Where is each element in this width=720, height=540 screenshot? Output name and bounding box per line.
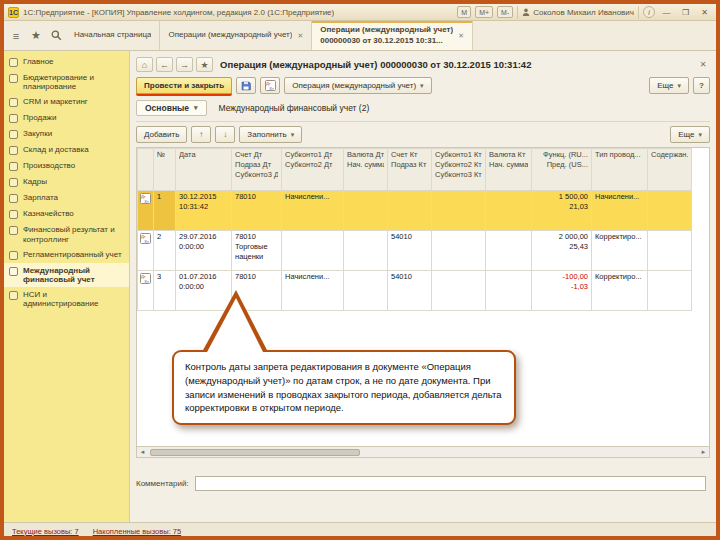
sidebar-item-label: Казначейство (23, 209, 74, 218)
tab-close-icon[interactable]: ✕ (458, 32, 464, 40)
sidebar-item-label: CRM и маркетинг (23, 97, 88, 106)
grid-header-row: № Дата Счет ДтПодраз ДтСубконто3 Дт Субк… (138, 149, 692, 191)
column-header-subconto-dt[interactable]: Субконто1 ДтСубконто2 Дт (282, 149, 344, 191)
sidebar-item-regulated[interactable]: Регламентированный учет (4, 247, 129, 263)
fill-dropdown-button[interactable]: Заполнить ▾ (239, 126, 302, 143)
post-and-close-button[interactable]: Провести и закрыть (136, 77, 232, 94)
form-close-icon[interactable]: ✕ (696, 60, 710, 69)
chevron-down-icon: ▾ (698, 131, 702, 139)
tab-operations-list[interactable]: Операции (международный учет) ✕ (160, 21, 312, 50)
column-header-content[interactable]: Содержан... (648, 149, 692, 191)
page-tab-main[interactable]: Основные ▾ (136, 100, 207, 116)
column-header-amount[interactable]: Функц. (RU...Пред. (US... (532, 149, 592, 191)
more-button[interactable]: Еще ▾ (649, 77, 689, 94)
user-name: Соколов Михаил Иванович (533, 8, 634, 17)
section-icon (9, 146, 18, 155)
move-down-button[interactable]: ↓ (215, 126, 235, 143)
comment-input[interactable] (195, 476, 706, 491)
section-icon (9, 210, 18, 219)
posting-marker-icon: ДтКт (140, 233, 151, 244)
form-pages: Основные ▾ Международный финансовый учет… (136, 100, 710, 122)
maximize-button[interactable]: ❒ (678, 6, 693, 19)
sidebar-item-warehouse[interactable]: Склад и доставка (4, 142, 129, 158)
calc-mplus-button[interactable]: M+ (475, 6, 493, 18)
info-button[interactable]: i (643, 6, 655, 18)
calc-m-button[interactable]: M (457, 6, 471, 18)
button-label: Еще (678, 130, 694, 139)
main-menu-icon[interactable]: ≡ (6, 21, 26, 50)
column-header-subconto-kt[interactable]: Субконто1 КтСубконто2 КтСубконто3 Кт (432, 149, 486, 191)
column-header-account-dt[interactable]: Счет ДтПодраз ДтСубконто3 Дт (232, 149, 282, 191)
section-icon (9, 114, 18, 123)
tab-home[interactable]: Начальная страница (66, 21, 160, 50)
column-header-date[interactable]: Дата (176, 149, 232, 191)
window-titlebar: 1С 1С:Предприятие - [КОПИЯ] Управление х… (4, 4, 716, 21)
section-icon (9, 226, 18, 235)
comment-row: Комментарий: (136, 476, 710, 491)
grid-more-button[interactable]: Еще ▾ (670, 126, 710, 143)
sidebar-item-finresult[interactable]: Финансовый результат и контроллинг (4, 222, 129, 246)
calc-mminus-button[interactable]: M- (497, 6, 513, 18)
save-button[interactable] (236, 77, 256, 94)
chevron-down-icon: ▾ (291, 131, 295, 139)
sidebar-item-label: Финансовый результат и контроллинг (23, 225, 124, 243)
page-tab-intl-accounting[interactable]: Международный финансовый учет (2) (219, 103, 370, 113)
column-header-marker[interactable] (138, 149, 154, 191)
sidebar-item-nsi-admin[interactable]: НСИ и администрирование (4, 287, 129, 311)
forward-icon[interactable]: → (176, 57, 193, 72)
chevron-down-icon: ▾ (420, 82, 424, 90)
button-label: Еще (657, 81, 673, 90)
search-icon[interactable] (46, 21, 66, 50)
sidebar-item-sales[interactable]: Продажи (4, 110, 129, 126)
favorite-star-icon[interactable]: ★ (196, 57, 213, 72)
sidebar-item-budgeting[interactable]: Бюджетирование и планирование (4, 70, 129, 94)
user-menu[interactable]: Соколов Михаил Иванович (517, 6, 639, 19)
home-icon[interactable]: ⌂ (136, 57, 153, 72)
window-title: 1С:Предприятие - [КОПИЯ] Управление холд… (23, 8, 453, 17)
accumulated-calls-link[interactable]: Накопленные вызовы: 75 (93, 527, 181, 536)
button-label: Добавить (144, 130, 179, 139)
section-icon (9, 291, 18, 300)
sidebar-item-intl-accounting[interactable]: Международный финансовый учет (4, 263, 129, 287)
tab-close-icon[interactable]: ✕ (297, 32, 303, 40)
column-header-currency-dt[interactable]: Валюта ДтНач. сумма Дт (344, 149, 388, 191)
back-icon[interactable]: ← (156, 57, 173, 72)
sidebar-item-purchases[interactable]: Закупки (4, 126, 129, 142)
sidebar-item-label: Производство (23, 161, 75, 170)
add-row-button[interactable]: Добавить (136, 126, 187, 143)
scroll-left-icon[interactable]: ◄ (137, 448, 148, 457)
arrow-down-icon: ↓ (223, 130, 227, 139)
scrollbar-thumb[interactable] (150, 449, 360, 456)
horizontal-scrollbar[interactable]: ◄ ► (136, 447, 710, 458)
sidebar-item-hr[interactable]: Кадры (4, 174, 129, 190)
table-row[interactable]: ДтКт 2 29.07.20160:00:00 78010Торговые н… (138, 231, 692, 271)
favorites-star-icon[interactable]: ★ (26, 21, 46, 50)
document-toolbar: Провести и закрыть ДтКт Операция (междун… (136, 77, 710, 100)
post-button[interactable]: ДтКт (260, 77, 280, 94)
column-header-type[interactable]: Тип провод... (592, 149, 648, 191)
move-up-button[interactable]: ↑ (191, 126, 211, 143)
sidebar-item-treasury[interactable]: Казначейство (4, 206, 129, 222)
table-row[interactable]: ДтКт 1 30.12.201510:31:42 78010 Начислен… (138, 191, 692, 231)
sidebar-item-crm[interactable]: CRM и маркетинг (4, 94, 129, 110)
column-header-currency-kt[interactable]: Валюта КтНач. сумма Кт (486, 149, 532, 191)
tab-label: Операции (международный учет) (168, 30, 292, 40)
tab-operation-document[interactable]: Операции (международный учет) 000000030 … (312, 21, 473, 50)
sidebar-item-payroll[interactable]: Зарплата (4, 190, 129, 206)
application-tabbar: ≡ ★ Начальная страница Операции (междуна… (4, 21, 716, 51)
tab-label-line2: 000000030 от 30.12.2015 10:31... (320, 36, 453, 46)
tab-label-line1: Операции (международный учет) (320, 25, 453, 35)
minimize-button[interactable]: — (659, 6, 674, 19)
section-icon (9, 74, 18, 83)
close-button[interactable]: ✕ (697, 6, 712, 19)
scroll-right-icon[interactable]: ► (698, 448, 709, 457)
column-header-account-kt[interactable]: Счет КтПодраз Кт (388, 149, 432, 191)
help-button[interactable]: ? (693, 77, 710, 94)
posting-marker-icon: ДтКт (140, 193, 151, 204)
current-calls-link[interactable]: Текущие вызовы: 7 (12, 527, 79, 536)
sidebar-item-production[interactable]: Производство (4, 158, 129, 174)
scrollbar-track[interactable] (148, 448, 698, 457)
column-header-num[interactable]: № (154, 149, 176, 191)
sidebar-item-main[interactable]: Главное (4, 54, 129, 70)
document-type-dropdown[interactable]: Операция (международный учет) ▾ (284, 77, 431, 94)
